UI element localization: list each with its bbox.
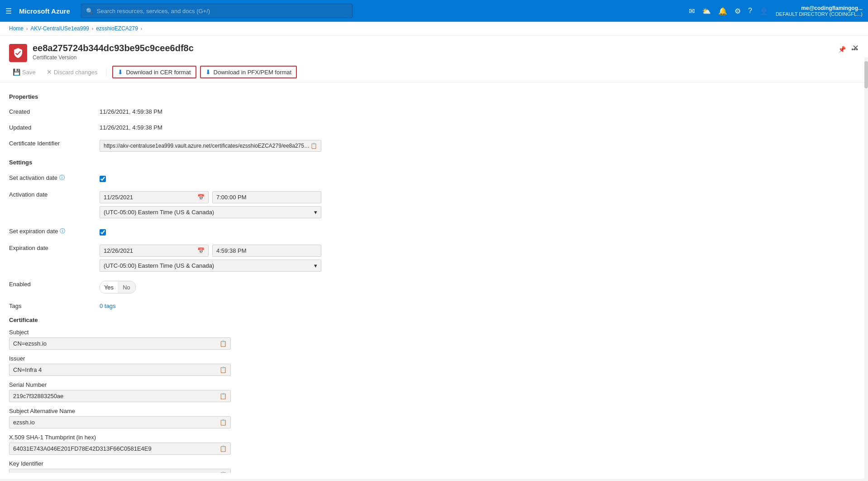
created-value: 11/26/2021, 4:59:38 PM (100, 106, 398, 115)
settings-icon[interactable]: ⚙ (734, 7, 741, 15)
issuer-field: CN=Infra 4 📋 (9, 364, 231, 376)
breadcrumb-cert[interactable]: ezsshioEZCA279 (96, 25, 138, 32)
set-expiration-info-icon[interactable]: ⓘ (60, 227, 65, 235)
toolbar: 💾 Save ✕ Discard changes ⬇ Download in C… (0, 62, 868, 82)
expiration-date-label: Expiration date (9, 242, 100, 251)
close-button[interactable]: ✕ (852, 43, 859, 53)
copy-serial-icon[interactable]: 📋 (219, 393, 227, 399)
scroll-area[interactable]: Properties Created 11/26/2021, 4:59:38 P… (0, 82, 868, 473)
download-pfx-label: Download in PFX/PEM format (214, 69, 292, 76)
cloud-icon[interactable]: ⛅ (702, 7, 711, 15)
key-identifier-field-block: Key Identifier https://akv-centraluse1ea… (9, 460, 231, 473)
expiration-date-text: 12/26/2021 (104, 247, 133, 254)
tags-field-row: Tags 0 tags (9, 300, 398, 309)
nav-icons: ✉ ⛅ 🔔 ⚙ ? 👤 me@codingflamingog... DEFAUL… (689, 5, 863, 17)
activation-date-text: 11/25/2021 (104, 194, 133, 201)
discard-button[interactable]: ✕ Discard changes (43, 67, 101, 77)
enabled-no-option[interactable]: No (118, 281, 135, 293)
expiration-date-input[interactable]: 12/26/2021 📅 (100, 245, 209, 257)
copy-san-icon[interactable]: 📋 (219, 419, 227, 426)
copy-issuer-icon[interactable]: 📋 (219, 366, 227, 373)
activation-date-time-row: 11/25/2021 📅 7:00:00 PM (100, 191, 321, 203)
save-button[interactable]: 💾 Save (9, 67, 39, 77)
tags-link[interactable]: 0 tags (100, 303, 115, 309)
activation-timezone-text: (UTC-05:00) Eastern Time (US & Canada) (104, 209, 214, 216)
subject-field-block: Subject CN=ezssh.io 📋 (9, 329, 231, 350)
expiration-calendar-icon[interactable]: 📅 (197, 247, 205, 254)
key-identifier-field: https://akv-centraluse1ea999.vault.azure… (9, 469, 231, 473)
breadcrumb-sep-3: › (141, 26, 142, 31)
notification-icon[interactable]: 🔔 (718, 7, 727, 15)
page-title: ee8a275724b344dc93be95c9cee6df8c (33, 43, 828, 53)
set-activation-field-row: Set activation date ⓘ (9, 171, 398, 182)
enabled-toggle[interactable]: Yes No (100, 281, 136, 293)
set-activation-info-icon[interactable]: ⓘ (59, 174, 65, 182)
tags-label: Tags (9, 300, 100, 309)
serial-field-block: Serial Number 219c7f32883250ae 📋 (9, 381, 231, 402)
discard-label: Discard changes (54, 69, 98, 76)
issuer-field-block: Issuer CN=Infra 4 📋 (9, 355, 231, 376)
download-cer-icon: ⬇ (118, 68, 123, 76)
scroll-track[interactable] (864, 58, 868, 479)
activation-calendar-icon[interactable]: 📅 (197, 194, 205, 201)
properties-section-title: Properties (9, 93, 398, 100)
key-identifier-label: Key Identifier (9, 460, 231, 467)
page-header: ee8a275724b344dc93be95c9cee6df8c Certifi… (0, 36, 868, 62)
certificate-section-title: Certificate (9, 317, 398, 323)
enabled-label: Enabled (9, 278, 100, 288)
enabled-value: Yes No (100, 278, 398, 293)
copy-identifier-icon[interactable]: 📋 (310, 143, 317, 149)
activation-time-input[interactable]: 7:00:00 PM (212, 191, 321, 203)
expiration-timezone-select[interactable]: (UTC-05:00) Eastern Time (US & Canada) ▾ (100, 260, 321, 272)
copy-subject-icon[interactable]: 📋 (219, 340, 227, 347)
cert-svg (13, 48, 24, 58)
download-cer-label: Download in CER format (126, 69, 191, 76)
thumbprint-value: 64031E743A046E201FD78E42D313F66C0581E4E9 (13, 445, 152, 452)
search-bar[interactable]: 🔍 (81, 4, 353, 18)
title-block: ee8a275724b344dc93be95c9cee6df8c Certifi… (33, 43, 828, 61)
hamburger-icon[interactable]: ☰ (5, 7, 12, 15)
copy-key-identifier-icon[interactable]: 📋 (219, 471, 227, 473)
subject-label: Subject (9, 329, 231, 336)
breadcrumb-home[interactable]: Home (9, 25, 24, 32)
enabled-field-row: Enabled Yes No (9, 278, 398, 293)
activation-checkbox[interactable] (100, 176, 106, 182)
expiration-time-input[interactable]: 4:59:38 PM (212, 245, 321, 257)
thumbprint-field: 64031E743A046E201FD78E42D313F66C0581E4E9… (9, 443, 231, 455)
set-activation-label: Set activation date ⓘ (9, 171, 100, 182)
set-expiration-checkbox-wrap (100, 225, 398, 236)
help-icon[interactable]: ? (748, 7, 752, 15)
serial-value: 219c7f32883250ae (13, 393, 63, 399)
thumbprint-field-block: X.509 SHA-1 Thumbprint (in hex) 64031E74… (9, 434, 231, 455)
activation-date-field-row: Activation date 11/25/2021 📅 7:00:00 PM … (9, 188, 398, 218)
pin-button[interactable]: 📌 (837, 45, 847, 54)
san-field-block: Subject Alternative Name ezssh.io 📋 (9, 408, 231, 428)
discard-icon: ✕ (47, 68, 52, 76)
cert-identifier-label: Certificate Identifier (9, 137, 100, 147)
save-icon: 💾 (13, 68, 20, 76)
download-cer-button[interactable]: ⬇ Download in CER format (112, 66, 196, 78)
search-icon: 🔍 (86, 8, 93, 14)
scroll-thumb[interactable] (864, 61, 868, 88)
search-input[interactable] (97, 8, 348, 14)
copy-thumbprint-icon[interactable]: 📋 (219, 445, 227, 452)
breadcrumb-keyvault[interactable]: AKV-CentralUSe1ea999 (30, 25, 89, 32)
set-expiration-field-row: Set expiration date ⓘ (9, 225, 398, 236)
updated-value: 11/26/2021, 4:59:38 PM (100, 121, 398, 131)
expiration-checkbox[interactable] (100, 229, 106, 236)
expiration-checkbox-container (100, 227, 398, 236)
cert-identifier-field: https://akv-centraluse1ea999.vault.azure… (100, 140, 321, 152)
expiration-date-value: 12/26/2021 📅 4:59:38 PM (UTC-05:00) East… (100, 242, 398, 272)
feedback-icon[interactable]: 👤 (759, 7, 768, 15)
email-icon[interactable]: ✉ (689, 7, 695, 15)
cert-identifier-field-row: Certificate Identifier https://akv-centr… (9, 137, 398, 152)
activation-date-input[interactable]: 11/25/2021 📅 (100, 191, 209, 203)
expiration-date-field-row: Expiration date 12/26/2021 📅 4:59:38 PM … (9, 242, 398, 272)
enabled-yes-option[interactable]: Yes (100, 281, 118, 293)
activation-timezone-select[interactable]: (UTC-05:00) Eastern Time (US & Canada) ▾ (100, 206, 321, 218)
download-pfx-button[interactable]: ⬇ Download in PFX/PEM format (200, 66, 297, 78)
user-info[interactable]: me@codingflamingog... DEFAULT DIRECTORY … (776, 5, 863, 17)
created-label: Created (9, 106, 100, 115)
activation-checkbox-container (100, 174, 398, 182)
issuer-value: CN=Infra 4 (13, 366, 42, 373)
